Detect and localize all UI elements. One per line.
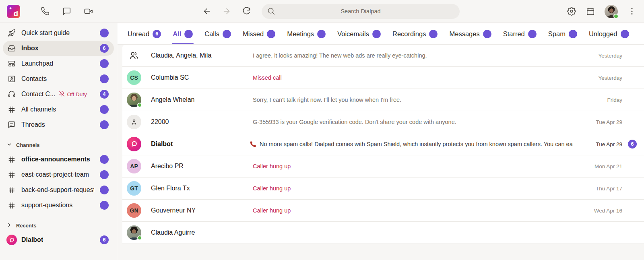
- tab-recordings[interactable]: Recordings: [392, 23, 438, 44]
- sidebar-item-quick-start-guide[interactable]: Quick start guide: [3, 25, 114, 41]
- contacts-icon: [7, 74, 16, 83]
- avatar: AP: [127, 159, 141, 173]
- conversation-row[interactable]: GN Gouverneur NY Caller hung up Wed Apr …: [122, 200, 644, 222]
- sidebar-item-all-channels[interactable]: All channels: [3, 102, 114, 117]
- conversation-row[interactable]: CS Columbia SC Missed call Yesterday: [122, 67, 644, 89]
- conversation-name: Arecibo PR: [151, 163, 250, 170]
- sidebar-item-contacts[interactable]: Contacts: [3, 71, 114, 87]
- sidebar-channel-support-questions[interactable]: support-questions: [3, 198, 114, 213]
- tab-all[interactable]: All: [173, 23, 193, 44]
- unread-count-badge: [372, 30, 381, 38]
- missed-call-phone-icon: [250, 141, 256, 148]
- unread-count-badge: [429, 30, 438, 38]
- message-preview: Sorry, I can't talk right now. I'll let …: [250, 97, 601, 103]
- unread-count-badge: [100, 120, 109, 129]
- unread-count-badge: [100, 105, 109, 114]
- refresh-icon[interactable]: [242, 6, 251, 16]
- unread-count-badge: 4: [100, 90, 109, 99]
- hash-icon: [7, 201, 16, 210]
- unread-count-badge: 6: [100, 44, 109, 53]
- message-preview: Caller hung up: [250, 185, 589, 192]
- tab-unlogged[interactable]: Unlogged: [589, 23, 629, 44]
- search-input[interactable]: [262, 4, 460, 19]
- conversation-name: Claudia, Angela, Mila: [151, 52, 250, 59]
- video-icon[interactable]: [84, 6, 93, 16]
- tab-calls[interactable]: Calls: [204, 23, 231, 44]
- inbox-tabs: Unread 6 All Calls Missed Meetings Voice…: [118, 23, 644, 45]
- conversation-row[interactable]: 22000 G-355933 is your Google verificati…: [122, 111, 644, 133]
- unread-count-badge: 6: [153, 30, 161, 38]
- person-icon: [127, 115, 141, 129]
- hash-icon: [7, 155, 16, 164]
- recents-section-header[interactable]: Recents: [0, 219, 117, 232]
- user-avatar[interactable]: [605, 5, 618, 18]
- conversation-name: 22000: [151, 118, 250, 126]
- avatar: GN: [127, 203, 141, 218]
- unread-count-badge: [100, 170, 109, 179]
- sidebar-item-threads[interactable]: Threads: [3, 117, 114, 132]
- tab-spam[interactable]: Spam: [548, 23, 577, 44]
- conversation-name: Angela Whelan: [151, 96, 250, 103]
- sidebar-item-contact-center[interactable]: Contact C... Off Duty 4: [3, 87, 114, 102]
- group-icon: [129, 50, 139, 61]
- avatar: [127, 93, 141, 107]
- headset-icon: [7, 90, 16, 99]
- conversation-row[interactable]: Claudia, Angela, Mila I agree, it looks …: [122, 45, 644, 67]
- sidebar-recent-dialbot[interactable]: Dialbot 6: [3, 232, 114, 248]
- forward-icon[interactable]: [222, 6, 231, 16]
- timestamp: Tue Apr 29: [596, 119, 622, 125]
- more-options-icon[interactable]: [627, 6, 637, 16]
- timestamp: Wed Apr 16: [594, 208, 622, 214]
- message-preview: Missed call: [250, 74, 592, 81]
- top-bar: ✦ d: [0, 0, 644, 23]
- calendar-icon[interactable]: [586, 6, 595, 16]
- unread-count-badge: [100, 155, 109, 164]
- timestamp: Yesterday: [598, 75, 622, 81]
- conversation-row[interactable]: Dialbot No more spam calls! Dialpad come…: [122, 133, 644, 155]
- conversation-name: Gouverneur NY: [151, 207, 250, 214]
- sidebar-channel-east-coast-project-team[interactable]: east-coast-project-team: [3, 167, 114, 182]
- channels-section-header[interactable]: Channels: [0, 138, 117, 152]
- message-preview: Caller hung up: [250, 163, 588, 169]
- sidebar-item-launchpad[interactable]: Launchpad: [3, 56, 114, 71]
- tab-voicemails[interactable]: Voicemails: [337, 23, 381, 44]
- conversation-name: Glen Flora Tx: [151, 185, 250, 192]
- bell-off-icon: [59, 91, 65, 98]
- tab-meetings[interactable]: Meetings: [287, 23, 326, 44]
- avatar: [127, 48, 141, 63]
- conversation-row[interactable]: Claudia Aguirre: [122, 222, 644, 244]
- avatar: [127, 115, 141, 129]
- sparkle-icon: ✦: [9, 6, 12, 10]
- chat-icon[interactable]: [62, 6, 72, 16]
- unread-count-badge: [100, 74, 109, 83]
- unread-count-badge: [100, 59, 109, 68]
- dialpad-logo[interactable]: ✦ d: [7, 5, 20, 18]
- rocket-icon: [7, 29, 16, 37]
- tab-starred[interactable]: Starred: [503, 23, 537, 44]
- tab-unread[interactable]: Unread 6: [128, 23, 161, 44]
- conversation-name: Columbia SC: [151, 74, 250, 81]
- threads-icon: [7, 120, 16, 129]
- tab-messages[interactable]: Messages: [449, 23, 491, 44]
- initials-avatar: GT: [127, 181, 141, 196]
- conversation-row[interactable]: AP Arecibo PR Caller hung up Mon Apr 21: [122, 155, 644, 177]
- back-icon[interactable]: [202, 6, 212, 16]
- conversation-row[interactable]: Angela Whelan Sorry, I can't talk right …: [122, 89, 644, 111]
- timestamp: Thu Apr 17: [596, 186, 622, 192]
- search-icon: [267, 7, 275, 17]
- timestamp: Tue Apr 29: [596, 141, 622, 147]
- conversation-row[interactable]: GT Glen Flora Tx Caller hung up Thu Apr …: [122, 177, 644, 200]
- avatar: CS: [127, 70, 141, 85]
- settings-icon[interactable]: [567, 6, 576, 16]
- sidebar-channel-office-announcements[interactable]: office-announcements: [3, 152, 114, 167]
- presence-dot: [137, 103, 142, 107]
- sidebar-item-inbox[interactable]: Inbox 6: [3, 41, 114, 56]
- dialbot-logo: [7, 235, 16, 245]
- unread-count-badge: [528, 30, 537, 38]
- phone-icon[interactable]: [40, 6, 50, 16]
- conversation-list: Claudia, Angela, Mila I agree, it looks …: [122, 45, 644, 244]
- inbox-icon: [7, 44, 16, 53]
- sidebar-channel-back-end-support-requests[interactable]: back-end-support-requests: [3, 182, 114, 198]
- unread-count-badge: 6: [100, 235, 109, 244]
- tab-missed[interactable]: Missed: [243, 23, 275, 44]
